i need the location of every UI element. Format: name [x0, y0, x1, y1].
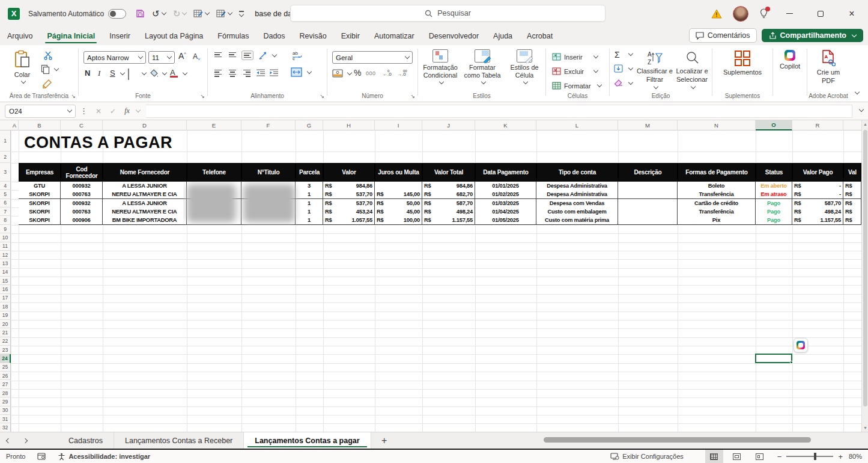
insert-function-icon[interactable]: fx: [120, 106, 134, 115]
column-header-K[interactable]: K: [475, 120, 536, 130]
borders-icon[interactable]: [128, 69, 129, 80]
table-header-status[interactable]: Status: [756, 163, 792, 182]
table-header-data-pagamento[interactable]: Data Pagamento: [475, 163, 536, 182]
row-header-6[interactable]: 6: [0, 199, 11, 207]
cell-juros-row5[interactable]: R$145,00: [375, 190, 422, 199]
row-header-32[interactable]: 32: [0, 423, 11, 432]
font-size-select[interactable]: 11: [148, 51, 175, 64]
cell-valor-row4[interactable]: R$984,86: [323, 182, 375, 191]
align-middle-icon[interactable]: [227, 51, 238, 59]
orientation-dropdown[interactable]: [272, 52, 277, 57]
column-header-G[interactable]: G: [296, 120, 323, 130]
font-name-select[interactable]: Aptos Narrow: [83, 51, 146, 64]
fill-color-dropdown[interactable]: [162, 70, 167, 75]
column-header-A[interactable]: A: [11, 120, 19, 130]
cell-valor-pago-row6[interactable]: R$587,70: [792, 199, 843, 208]
cell-data-pagamento-row7[interactable]: 01/04/2025: [475, 207, 536, 216]
search-input[interactable]: Pesquisar: [290, 5, 605, 22]
row-header-13[interactable]: 13: [0, 259, 11, 268]
clipboard-dialog-launcher[interactable]: ↘: [71, 93, 76, 99]
cell-valor-pago-row4[interactable]: R$-: [792, 182, 843, 191]
cell-data-pagamento-row8[interactable]: 01/05/2025: [475, 216, 536, 225]
undo-icon[interactable]: ↺: [150, 7, 168, 21]
cell-juros-row8[interactable]: R$100,00: [375, 216, 422, 225]
autosum-dropdown[interactable]: [628, 51, 633, 56]
cell-cod-row8[interactable]: 000906: [61, 216, 103, 225]
cell-cod-row7[interactable]: 000763: [61, 207, 103, 216]
zoom-slider[interactable]: [786, 456, 833, 457]
cell-forma-pagamento-row6[interactable]: Cartão de crédito: [678, 199, 756, 208]
sheet-prev-icon[interactable]: [0, 432, 17, 449]
cell-status-row4[interactable]: Em aberto: [756, 182, 792, 191]
tab-acrobat[interactable]: Acrobat: [520, 29, 559, 43]
cell-valor-pago-row8[interactable]: R$1.157,55: [792, 216, 843, 225]
tab-arquivo[interactable]: Arquivo: [1, 29, 39, 43]
table-header-tipo-de-conta[interactable]: Tipo de conta: [536, 163, 618, 182]
cell-cod-row5[interactable]: 000763: [61, 190, 103, 199]
zoom-in-button[interactable]: +: [838, 452, 843, 461]
grow-font-icon[interactable]: A^: [178, 51, 186, 61]
table-header-parcela[interactable]: Parcela: [296, 163, 323, 182]
column-header-F[interactable]: F: [241, 120, 296, 130]
cell-descricao-row6[interactable]: [618, 199, 678, 208]
cell-cod-row4[interactable]: 000932: [61, 182, 103, 191]
comments-button[interactable]: Comentários: [689, 28, 757, 43]
cell-tipo-conta-row7[interactable]: Custo com embalagem: [536, 207, 618, 216]
font-color-icon[interactable]: A: [170, 68, 178, 78]
cell-descricao-row8[interactable]: [618, 216, 678, 225]
horizontal-scrollbar[interactable]: [544, 435, 847, 444]
paste-button[interactable]: Colar: [13, 50, 31, 83]
scroll-down-icon[interactable]: ▼: [862, 424, 868, 432]
row-header-5[interactable]: 5: [0, 190, 11, 198]
save-icon[interactable]: [133, 7, 147, 20]
bold-button[interactable]: N: [82, 68, 93, 78]
tab-exibir[interactable]: Exibir: [335, 29, 366, 43]
row-header-26[interactable]: 26: [0, 372, 11, 380]
decrease-decimal-icon[interactable]: →.000: [397, 69, 408, 78]
row-header-4[interactable]: 4: [0, 182, 11, 190]
cell-valor-total-row5[interactable]: R$682,70: [422, 190, 475, 199]
formula-input[interactable]: [146, 105, 852, 118]
expand-formula-bar-icon[interactable]: [859, 107, 864, 112]
increase-decimal-icon[interactable]: ←.00: [383, 69, 393, 78]
autosum-icon[interactable]: Σ: [615, 50, 620, 60]
vertical-scrollbar[interactable]: ▲ ▼: [861, 120, 868, 432]
cell-next-row6[interactable]: R$: [843, 199, 861, 208]
column-header-N[interactable]: N: [678, 120, 756, 130]
excel-logo-icon[interactable]: X: [8, 8, 20, 20]
cell-styles-button[interactable]: Estilos de Célula: [506, 49, 543, 84]
row-header-16[interactable]: 16: [0, 285, 11, 293]
cell-fornecedor-row4[interactable]: A LESSA JUNIOR: [103, 182, 187, 191]
cell-valor-pago-row7[interactable]: R$498,24: [792, 207, 843, 216]
table-style-quick-icon[interactable]: [191, 7, 211, 20]
redo-icon[interactable]: ↻: [171, 7, 189, 21]
cell-descricao-row4[interactable]: [618, 182, 678, 191]
sheet-tab-lancamentos-contas-a-pagar[interactable]: Lançamentos Contas a pagar: [244, 432, 371, 449]
column-header-I[interactable]: I: [375, 120, 422, 130]
cell-juros-row7[interactable]: R$45,00: [375, 207, 422, 216]
cell-forma-pagamento-row5[interactable]: Transferência: [678, 190, 756, 199]
cell-status-row6[interactable]: Pago: [756, 199, 792, 208]
row-header-2[interactable]: 2: [0, 152, 11, 163]
cell-fornecedor-row7[interactable]: NEREU ALTMAYER E CIA: [103, 207, 187, 216]
row-header-25[interactable]: 25: [0, 363, 11, 372]
row-header-21[interactable]: 21: [0, 328, 11, 337]
cell-valor-pago-row5[interactable]: R$-: [792, 190, 843, 199]
cut-icon[interactable]: [43, 51, 53, 60]
format-cells-button[interactable]: Formatar: [552, 79, 601, 92]
restore-button[interactable]: [810, 5, 831, 23]
align-right-icon[interactable]: [241, 68, 252, 79]
number-format-select[interactable]: Geral: [332, 51, 413, 64]
cell-next-row7[interactable]: R$: [843, 207, 861, 216]
name-box[interactable]: O24: [5, 105, 76, 118]
customize-quick-access-icon[interactable]: [237, 9, 246, 17]
view-page-layout-button[interactable]: [728, 450, 746, 463]
row-header-24[interactable]: 24: [0, 354, 11, 363]
format-as-table-button[interactable]: Formatar como Tabela: [463, 49, 502, 84]
accessibility-status[interactable]: Acessibilidade: investigar: [52, 450, 156, 463]
cell-empresa-row4[interactable]: GTU: [19, 182, 61, 191]
view-page-break-button[interactable]: [751, 450, 769, 463]
horizontal-scroll-thumb[interactable]: [544, 437, 811, 443]
clear-dropdown[interactable]: [628, 80, 633, 85]
align-center-icon[interactable]: [227, 68, 238, 79]
